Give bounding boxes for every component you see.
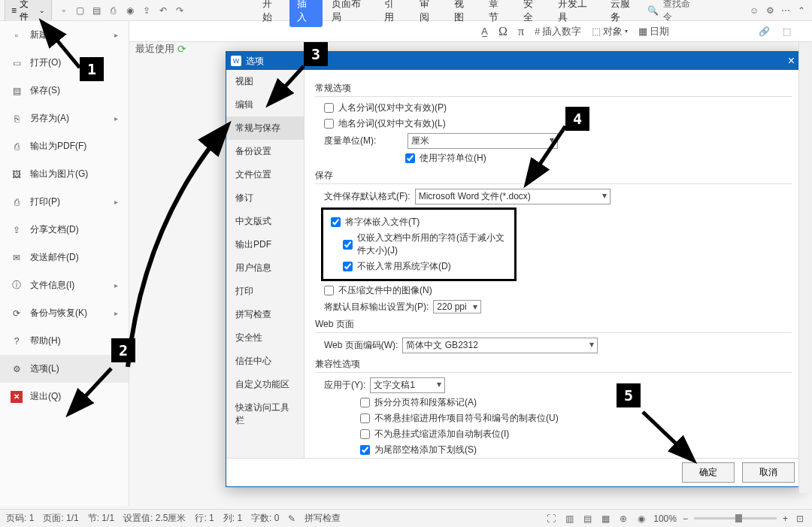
file-menu-label: 新建(N) <box>30 29 61 41</box>
zoom-in-icon[interactable]: + <box>783 513 788 524</box>
file-menu-gear[interactable]: ⚙选项(L) <box>0 355 129 383</box>
ppi-label: 将默认目标输出设置为(P): <box>324 301 429 313</box>
mail-icon: ✉ <box>11 252 23 264</box>
pi-icon[interactable]: π <box>518 25 524 38</box>
options-nav-item-9[interactable]: 打印 <box>226 280 304 303</box>
preview-icon[interactable]: ◉ <box>124 5 136 17</box>
ribbon-tab-5[interactable]: 视图 <box>447 0 480 27</box>
vertical-scrollbar[interactable] <box>798 42 812 493</box>
attach-icon[interactable]: ⬚ <box>780 26 792 38</box>
ribbon-tab-6[interactable]: 章节 <box>481 0 514 27</box>
cb-compat-4[interactable] <box>360 445 370 455</box>
default-fmt-select[interactable]: Microsoft Word 文件(*.docx) <box>415 189 611 204</box>
view-read-icon[interactable]: ▦ <box>599 513 611 525</box>
close-icon[interactable]: × <box>785 54 798 68</box>
ppi-select[interactable]: 220 ppi <box>433 300 480 313</box>
file-menu-help[interactable]: ?帮助(H)▸ <box>0 327 129 355</box>
link-icon[interactable]: 🔗 <box>758 26 770 38</box>
cb-compat-2[interactable] <box>360 413 370 423</box>
cb-embed-used[interactable] <box>343 240 353 250</box>
open-icon: ▭ <box>11 57 23 69</box>
file-menu-pdf[interactable]: ⎙输出为PDF(F) <box>0 132 129 160</box>
file-menu-print[interactable]: ⎙打印(P)▸ <box>0 188 129 216</box>
undo-icon[interactable]: ↶ <box>157 5 169 17</box>
file-menu-exit[interactable]: ✕退出(Q) <box>0 383 129 410</box>
options-nav-item-14[interactable]: 快速访问工具栏 <box>226 396 304 432</box>
print-icon[interactable]: ⎙ <box>108 5 120 17</box>
ribbon-tab-9[interactable]: 云服务 <box>603 0 645 27</box>
ribbon-tab-3[interactable]: 引用 <box>377 0 410 27</box>
options-nav-item-6[interactable]: 中文版式 <box>226 210 304 233</box>
insert-number-button[interactable]: #插入数字 <box>535 25 581 38</box>
apply-select[interactable]: 文字文稿1 <box>370 377 445 393</box>
ribbon-tab-2[interactable]: 页面布局 <box>324 0 375 27</box>
options-nav-item-8[interactable]: 用户信息 <box>226 256 304 280</box>
redo-icon[interactable]: ↷ <box>174 5 186 17</box>
options-nav-item-3[interactable]: 备份设置 <box>226 140 304 163</box>
cb-char-unit[interactable] <box>405 153 415 163</box>
export-icon[interactable]: ⇪ <box>141 5 153 17</box>
file-menu-share[interactable]: ⇪分享文档(D) <box>0 216 129 244</box>
cb-no-compress[interactable] <box>324 286 334 295</box>
cancel-button[interactable]: 取消 <box>742 462 795 483</box>
cb-no-common[interactable] <box>343 262 353 271</box>
status-spell: 拼写检查 <box>304 512 341 525</box>
options-nav-item-10[interactable]: 拼写检查 <box>226 303 304 326</box>
zoom-out-icon[interactable]: − <box>683 513 688 524</box>
smiley-icon[interactable]: ☺ <box>749 5 760 17</box>
save-icon[interactable]: ▤ <box>91 5 103 17</box>
refresh-icon[interactable]: ⟳ <box>177 43 186 55</box>
ribbon-tab-1[interactable]: 插入 <box>289 0 323 27</box>
options-nav-item-4[interactable]: 文件位置 <box>226 163 304 186</box>
view-outline-icon[interactable]: ▥ <box>563 513 575 525</box>
file-menu-open[interactable]: ▭打开(O) <box>0 49 129 77</box>
file-menu-save[interactable]: ▤保存(S) <box>0 77 129 104</box>
more-icon[interactable]: ⋯ <box>780 5 792 17</box>
ribbon-tab-4[interactable]: 审阅 <box>412 0 445 27</box>
options-nav-item-13[interactable]: 自定义功能区 <box>226 373 304 396</box>
fit-icon[interactable]: ⊡ <box>794 513 806 525</box>
text-a-icon[interactable]: A̲ <box>481 26 488 38</box>
cb-place-split[interactable] <box>324 119 334 129</box>
zoom-slider[interactable] <box>694 517 777 519</box>
web-enc-select[interactable]: 简体中文 GB2312 <box>402 338 598 353</box>
options-content: 常规选项 人名分词(仅对中文有效)(P) 地名分词(仅对中文有效)(L) 度量单… <box>304 70 802 458</box>
file-menu-info[interactable]: ⓘ文件信息(I)▸ <box>0 271 129 299</box>
view-web-icon[interactable]: ⊕ <box>617 513 629 525</box>
file-menu-saveas[interactable]: ⎘另存为(A)▸ <box>0 104 129 132</box>
cb-compat-1[interactable] <box>360 398 370 407</box>
file-menu-doc[interactable]: ▫新建(N)▸ <box>0 21 129 49</box>
options-nav-item-1[interactable]: 编辑 <box>226 93 304 117</box>
file-menu-backup[interactable]: ⟳备份与恢复(K)▸ <box>0 299 129 327</box>
options-nav-item-7[interactable]: 输出PDF <box>226 233 304 256</box>
view-page-icon[interactable]: ▤ <box>581 513 593 525</box>
file-menu-img[interactable]: 🖼输出为图片(G) <box>0 160 129 188</box>
cb-name-split[interactable] <box>324 103 334 113</box>
omega-icon[interactable]: Ω <box>498 25 508 38</box>
ribbon-tab-0[interactable]: 开始 <box>255 0 288 27</box>
gear-icon[interactable]: ⚙ <box>765 5 776 17</box>
ribbon-tab-7[interactable]: 安全 <box>516 0 549 27</box>
eye-icon[interactable]: ◉ <box>635 513 647 525</box>
search-command-area[interactable]: 🔍 查找命令 ☺ ⚙ ⋯ ⌃ <box>647 0 807 23</box>
file-menu-label: 打印(P) <box>30 195 60 208</box>
open-icon[interactable]: ▢ <box>74 5 86 17</box>
options-nav-item-12[interactable]: 信任中心 <box>226 350 304 373</box>
chevron-up-icon[interactable]: ⌃ <box>796 5 807 17</box>
object-button[interactable]: ⬚对象▾ <box>592 25 628 38</box>
options-nav-item-5[interactable]: 修订 <box>226 186 304 210</box>
ribbon-tab-8[interactable]: 开发工具 <box>550 0 601 27</box>
unit-select[interactable]: 厘米 <box>408 133 558 149</box>
dialog-footer: 确定 取消 <box>226 458 802 486</box>
file-menu-mail[interactable]: ✉发送邮件(D) <box>0 244 129 271</box>
new-doc-icon[interactable]: ▫ <box>58 5 70 17</box>
options-nav-item-0[interactable]: 视图 <box>226 70 304 93</box>
fullscreen-icon[interactable]: ⛶ <box>545 513 557 525</box>
options-nav-item-11[interactable]: 安全性 <box>226 326 304 350</box>
spell-check-icon[interactable]: ✎ <box>288 513 295 524</box>
date-button[interactable]: ▦日期 <box>638 25 669 38</box>
ok-button[interactable]: 确定 <box>682 462 735 483</box>
cb-compat-3[interactable] <box>360 429 370 439</box>
options-nav-item-2[interactable]: 常规与保存 <box>226 117 304 140</box>
cb-embed-font[interactable] <box>331 217 341 227</box>
